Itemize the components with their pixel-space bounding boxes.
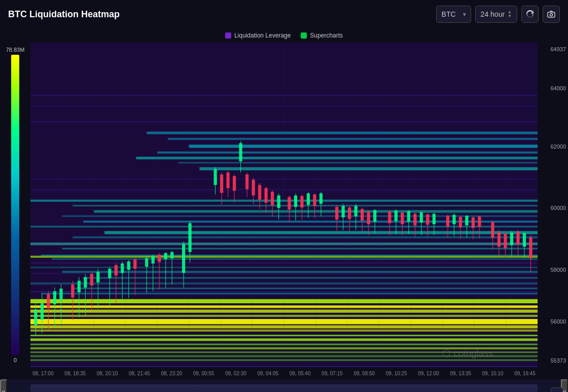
legend-label-supercharts: Supercharts [310, 32, 343, 39]
svg-rect-125 [233, 176, 236, 191]
svg-rect-153 [335, 207, 338, 220]
svg-rect-70 [30, 282, 538, 284]
svg-rect-203 [516, 232, 519, 244]
asset-selector-wrapper: BTC ETH SOL XRP ▼ [436, 6, 471, 23]
timeframe-down-icon[interactable]: ▼ [508, 14, 512, 18]
svg-rect-16 [104, 231, 538, 234]
svg-rect-83 [59, 289, 62, 300]
x-label-15: 09, 16:45 [514, 371, 536, 376]
svg-rect-105 [145, 258, 148, 267]
scroll-up-button[interactable] [551, 387, 563, 392]
svg-rect-17 [73, 236, 538, 238]
x-label-11: 09, 10:25 [386, 371, 407, 376]
svg-rect-79 [47, 294, 50, 308]
svg-rect-81 [53, 291, 56, 304]
svg-rect-159 [354, 206, 358, 217]
refresh-icon [526, 10, 534, 18]
x-label-9: 09, 07:15 [322, 371, 343, 376]
camera-icon [547, 10, 555, 18]
svg-rect-179 [426, 215, 429, 225]
x-label-12: 09, 12:00 [418, 371, 439, 376]
scrollbar-fill [30, 384, 538, 392]
svg-rect-169 [395, 210, 398, 221]
y-label-64000: 64000 [550, 85, 566, 91]
svg-rect-21 [168, 138, 538, 140]
svg-rect-195 [491, 222, 494, 238]
timeframe-arrows: ▲ ▼ [508, 10, 512, 18]
svg-rect-193 [478, 217, 481, 227]
heatmap-chart[interactable]: ⬡ coinglass [30, 43, 538, 367]
svg-rect-107 [152, 256, 155, 263]
pause-left-icon: ⏸ [1, 389, 6, 393]
svg-rect-95 [108, 269, 111, 278]
legend-item-supercharts: Supercharts [301, 32, 343, 39]
svg-rect-67 [30, 267, 538, 268]
svg-rect-111 [164, 253, 167, 259]
x-label-14: 09, 15:10 [482, 371, 504, 376]
svg-rect-101 [127, 261, 130, 270]
page-title: BTC Liquidation Heatmap [8, 9, 120, 20]
svg-rect-11 [73, 205, 538, 206]
svg-rect-137 [271, 192, 274, 205]
svg-rect-113 [170, 252, 173, 258]
svg-rect-149 [313, 194, 316, 206]
svg-rect-183 [446, 216, 449, 227]
timeframe-selector[interactable]: 24 hour ▲ ▼ [475, 6, 517, 23]
svg-rect-26 [199, 167, 538, 170]
svg-rect-72 [41, 293, 538, 294]
svg-rect-145 [300, 196, 303, 207]
svg-rect-77 [41, 303, 44, 320]
x-axis: 08, 17:00 08, 18:35 08, 20:10 08, 21:45 … [0, 367, 568, 379]
svg-rect-117 [188, 223, 191, 252]
asset-selector[interactable]: BTC ETH SOL XRP [436, 6, 471, 23]
scrollbar-left-handle[interactable]: ⏸ [0, 379, 7, 392]
svg-rect-89 [84, 277, 87, 288]
screenshot-button[interactable] [543, 6, 560, 23]
y-label-55373: 55373 [550, 358, 566, 364]
svg-rect-147 [307, 193, 310, 205]
svg-rect-177 [420, 212, 423, 223]
svg-rect-161 [361, 209, 364, 221]
y-label-56000: 56000 [550, 318, 566, 325]
x-label-8: 09, 05:40 [290, 371, 311, 376]
svg-rect-133 [258, 185, 261, 200]
svg-rect-201 [510, 233, 513, 245]
svg-rect-151 [320, 193, 323, 204]
x-label-7: 09, 04:05 [257, 371, 278, 376]
scrollbar-area: ⏸ ⏸ [0, 379, 568, 392]
svg-rect-197 [498, 232, 501, 247]
svg-rect-199 [504, 234, 507, 248]
svg-rect-73 [30, 366, 538, 367]
svg-text:⬡ coinglass: ⬡ coinglass [443, 348, 493, 359]
svg-point-1 [550, 14, 553, 16]
svg-rect-97 [115, 265, 118, 276]
svg-rect-181 [433, 214, 436, 225]
svg-rect-139 [277, 195, 280, 208]
svg-rect-93 [96, 272, 99, 282]
svg-rect-109 [158, 255, 161, 262]
svg-rect-185 [452, 215, 455, 225]
x-label-2: 08, 20:10 [97, 371, 118, 376]
refresh-button[interactable] [521, 6, 539, 23]
timeframe-label: 24 hour [481, 10, 505, 18]
bottom-area: ⏸ ⏸ [0, 379, 568, 392]
svg-rect-165 [373, 210, 376, 222]
svg-rect-157 [348, 207, 351, 219]
y-label-62000: 62000 [550, 144, 566, 150]
svg-rect-189 [465, 216, 468, 226]
svg-rect-25 [179, 162, 538, 163]
scrollbar-track[interactable] [30, 384, 538, 392]
y-label-58000: 58000 [550, 267, 566, 273]
legend-label-liquidation: Liquidation Leverage [234, 32, 291, 39]
svg-rect-0 [548, 12, 555, 17]
svg-rect-69 [83, 277, 538, 278]
svg-rect-85 [71, 284, 74, 298]
x-labels: 08, 17:00 08, 18:35 08, 20:10 08, 21:45 … [30, 367, 538, 379]
y-label-60000: 60000 [550, 205, 566, 211]
legend-item-liquidation: Liquidation Leverage [225, 32, 291, 39]
x-label-5: 09, 00:55 [193, 371, 215, 376]
svg-rect-207 [529, 237, 532, 258]
svg-rect-141 [288, 197, 291, 210]
svg-rect-187 [459, 217, 462, 228]
svg-rect-123 [226, 172, 229, 188]
